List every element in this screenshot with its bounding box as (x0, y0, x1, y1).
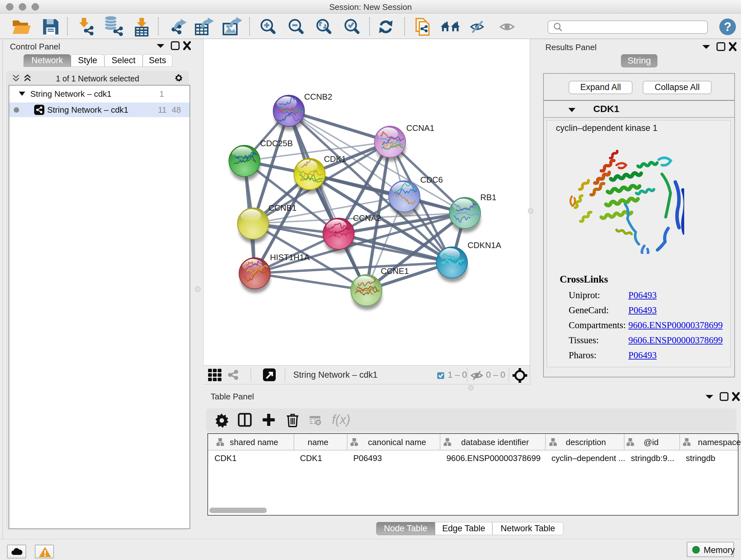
svg-text:CCNA1: CCNA1 (406, 123, 434, 133)
svg-text:RB1: RB1 (480, 192, 496, 202)
svg-text:CDKN1A: CDKN1A (468, 240, 501, 250)
svg-text:HIST1H1A: HIST1H1A (270, 253, 310, 262)
svg-text:CDC6: CDC6 (420, 175, 443, 185)
svg-text:CDC25B: CDC25B (260, 138, 293, 148)
svg-text:CCNE1: CCNE1 (381, 266, 409, 276)
svg-text:CCNB1: CCNB1 (268, 203, 296, 212)
svg-text:?: ? (724, 20, 731, 34)
svg-text:f(x): f(x) (332, 413, 350, 427)
svg-text:CCNA2: CCNA2 (353, 213, 381, 223)
svg-text:CCNB2: CCNB2 (304, 92, 332, 102)
svg-text:CDK1: CDK1 (324, 154, 346, 164)
